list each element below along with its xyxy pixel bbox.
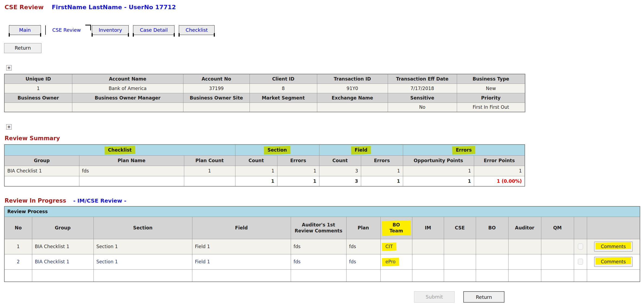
tab-case-detail[interactable]: Case Detail xyxy=(133,25,174,35)
row-checkbox-cell xyxy=(574,254,587,269)
row-plan: fds xyxy=(346,239,380,254)
account-info-table: Unique ID Account Name Account No Client… xyxy=(4,74,525,112)
comments-button[interactable]: Comments xyxy=(594,257,633,267)
col-account-name: Account Name xyxy=(72,74,183,84)
col-business-owner: Business Owner xyxy=(4,93,72,103)
row-auditor xyxy=(508,254,541,269)
col-account-no: Account No xyxy=(183,74,250,84)
tab-cse-review[interactable]: CSE Review xyxy=(45,25,88,35)
row-auditor xyxy=(508,239,541,254)
cse-review-page: CSE Review FirstName LastName - UserNo 1… xyxy=(0,0,644,304)
col-section-errors: Errors xyxy=(277,155,319,166)
col-bo-team: BO Team xyxy=(380,217,412,239)
return-button-top[interactable]: Return xyxy=(4,43,41,53)
review-summary-heading: Review Summary xyxy=(5,135,644,142)
col-auditor-comments: Auditor's 1st Review Comments xyxy=(291,217,346,239)
summary-error-points: 1 xyxy=(474,166,525,176)
row-checkbox[interactable] xyxy=(578,259,583,265)
row-field: Field 1 xyxy=(192,254,291,269)
col-comments xyxy=(587,217,640,239)
review-process-table: Review Process No Group Section Field Au… xyxy=(4,206,640,282)
row-checkbox-cell xyxy=(574,239,587,254)
col-exchange-name: Exchange Name xyxy=(317,93,388,103)
summary-data-row: BIA Checklist 1 fds 1 1 1 3 1 1 1 xyxy=(4,166,525,176)
col-transaction-eff-date: Transaction Eff Date xyxy=(388,74,457,84)
col-checkbox xyxy=(574,217,587,239)
col-client-id: Client ID xyxy=(250,74,317,84)
account-values-row-1: 1 Bank of America 37199 8 91Y0 7/17/2018… xyxy=(4,84,525,93)
col-group: Group xyxy=(4,155,79,166)
col-sensitive: Sensitive xyxy=(388,93,457,103)
col-plan: Plan xyxy=(346,217,380,239)
col-section: Section xyxy=(93,217,192,239)
expand-account-icon[interactable]: + xyxy=(6,65,12,71)
account-name-value: Bank of America xyxy=(72,84,183,93)
summary-column-header-row: Group Plan Name Plan Count Count Errors … xyxy=(4,155,525,166)
row-bo-team: ePro xyxy=(380,254,412,269)
tab-main[interactable]: Main xyxy=(9,25,41,35)
col-plan-name: Plan Name xyxy=(79,155,184,166)
col-market-segment: Market Segment xyxy=(250,93,317,103)
business-owner-manager-value xyxy=(72,103,183,112)
priority-value: First In First Out xyxy=(457,103,525,112)
footer-actions: Submit Return xyxy=(4,291,644,304)
col-error-points: Error Points xyxy=(474,155,525,166)
summary-totals-row: 1 1 3 1 1 1 (0.00%) xyxy=(4,176,525,186)
errors-highlight: Errors xyxy=(454,147,474,153)
row-qm xyxy=(541,239,574,254)
business-owner-value xyxy=(4,103,72,112)
row-bo-team: CIT xyxy=(380,239,412,254)
col-auditor: Auditor xyxy=(508,217,541,239)
process-empty-row xyxy=(4,269,640,282)
totals-field-count: 3 xyxy=(319,176,361,186)
group-header-section: Section xyxy=(235,145,319,155)
col-group: Group xyxy=(32,217,93,239)
transaction-id-value: 91Y0 xyxy=(317,84,388,93)
col-field-count: Count xyxy=(319,155,361,166)
section-highlight: Section xyxy=(265,147,289,153)
process-row-2: 2 BIA Checklist 1 Section 1 Field 1 fds … xyxy=(4,254,640,269)
row-comments-cell: Comments xyxy=(587,239,640,254)
summary-group: BIA Checklist 1 xyxy=(4,166,79,176)
group-header-checklist: Checklist xyxy=(4,145,235,155)
summary-opportunity-points: 1 xyxy=(403,166,474,176)
return-button-bottom[interactable]: Return xyxy=(463,291,504,303)
field-highlight: Field xyxy=(352,147,370,153)
review-summary-table: Checklist Section Field Errors Group Pla… xyxy=(4,144,525,187)
col-plan-count: Plan Count xyxy=(184,155,235,166)
col-section-count: Count xyxy=(235,155,277,166)
col-transaction-id: Transaction ID xyxy=(317,74,388,84)
col-field-errors: Errors xyxy=(361,155,403,166)
summary-field-errors: 1 xyxy=(361,166,403,176)
summary-group-header-row: Checklist Section Field Errors xyxy=(4,145,525,155)
row-section: Section 1 xyxy=(93,239,192,254)
business-type-value: New xyxy=(457,84,525,93)
row-comments-cell: Comments xyxy=(587,254,640,269)
bo-team-value-highlight: ePro xyxy=(383,258,398,265)
expand-summary-icon[interactable]: + xyxy=(6,124,12,130)
process-column-header-row: No Group Section Field Auditor's 1st Rev… xyxy=(4,217,640,239)
tab-inventory[interactable]: Inventory xyxy=(92,25,129,35)
totals-error-points: 1 (0.00%) xyxy=(474,176,525,186)
totals-plan-count xyxy=(184,176,235,186)
totals-section-errors: 1 xyxy=(277,176,319,186)
summary-section-count: 1 xyxy=(235,166,277,176)
col-qm: QM xyxy=(541,217,574,239)
row-bo xyxy=(476,254,508,269)
col-priority: Priority xyxy=(457,93,525,103)
sensitive-value: No xyxy=(388,103,457,112)
process-title-row: Review Process xyxy=(4,206,640,217)
account-no-value: 37199 xyxy=(183,84,250,93)
row-cse xyxy=(444,254,476,269)
tab-checklist[interactable]: Checklist xyxy=(179,25,215,35)
summary-section-errors: 1 xyxy=(277,166,319,176)
col-unique-id: Unique ID xyxy=(4,74,72,84)
row-checkbox[interactable] xyxy=(578,244,583,249)
process-row-1: 1 BIA Checklist 1 Section 1 Field 1 fds … xyxy=(4,239,640,254)
comments-button[interactable]: Comments xyxy=(594,242,633,252)
client-id-value: 8 xyxy=(250,84,317,93)
submit-button[interactable]: Submit xyxy=(414,291,455,303)
business-owner-site-value xyxy=(183,103,250,112)
row-auditor-comments: fds xyxy=(291,254,346,269)
rip-title: Review In Progress xyxy=(5,197,66,204)
